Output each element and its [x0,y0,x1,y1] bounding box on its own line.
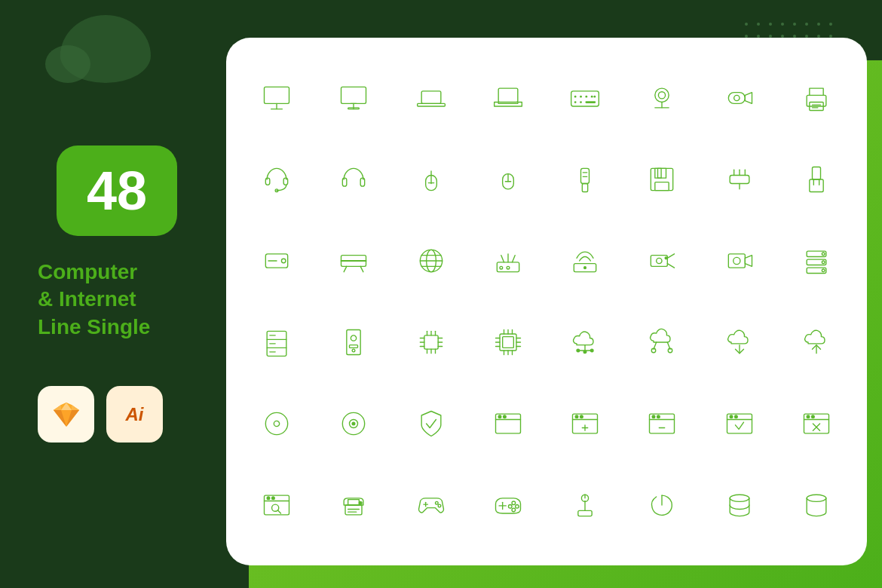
icon-mouse-wired [396,142,467,217]
svg-rect-9 [498,88,518,102]
svg-point-160 [734,415,737,418]
icon-router [473,223,544,299]
svg-point-170 [272,497,275,500]
svg-point-86 [822,253,825,256]
icon-projector [626,223,697,299]
icon-usb-drive [550,142,620,217]
icon-cloud-network [550,305,620,380]
left-panel: 48 Computer & Internet Line Single Ai [0,0,234,588]
icon-joystick [550,467,620,543]
svg-rect-49 [730,176,749,184]
svg-point-169 [267,497,270,500]
svg-point-187 [512,508,516,512]
icon-cloud-upload [781,305,852,380]
svg-point-130 [583,351,586,354]
svg-rect-46 [655,168,666,178]
svg-point-138 [274,421,279,426]
icon-printer [781,60,852,136]
icon-cloud-download [704,305,775,380]
svg-point-19 [655,88,669,102]
svg-point-20 [659,92,666,99]
svg-point-164 [811,415,814,418]
svg-rect-173 [345,505,362,515]
pack-title: Computer & Internet Line Single [30,259,204,341]
svg-point-129 [590,349,593,352]
svg-rect-47 [658,168,662,178]
svg-point-185 [516,505,519,509]
svg-rect-85 [807,268,826,273]
icon-browser-add [550,386,620,461]
icon-usb-hub [704,142,775,217]
svg-point-144 [498,415,501,418]
svg-point-163 [807,415,810,418]
svg-point-155 [657,415,660,418]
icon-floppy-disk [626,142,697,217]
svg-point-145 [503,415,506,418]
svg-rect-7 [421,91,441,103]
icon-headset-mic [241,142,312,217]
icon-tower-pc [318,305,389,380]
svg-rect-55 [810,179,823,192]
icon-power-button [626,467,697,543]
icon-browser-search [241,467,312,543]
svg-point-128 [577,349,580,352]
svg-rect-41 [581,168,590,183]
icon-hard-drive [241,223,312,299]
svg-rect-0 [265,87,289,103]
icon-rack-server [241,305,312,380]
icon-webcam [626,60,697,136]
svg-rect-23 [728,93,745,104]
svg-rect-83 [807,251,826,256]
ai-logo-text: Ai [126,404,144,425]
svg-line-71 [501,256,504,262]
icon-database-cylinder [781,467,852,543]
icon-keyboard [550,60,620,136]
icon-gamepad2 [473,467,544,543]
svg-point-181 [438,504,441,507]
sketch-icon-badge [38,386,94,443]
icon-cpu-chip [396,305,467,380]
icon-shield-check [396,386,467,461]
svg-line-64 [361,266,364,271]
svg-rect-81 [728,254,745,268]
svg-rect-95 [347,330,360,355]
svg-rect-3 [341,87,366,103]
svg-rect-30 [283,178,288,185]
icon-dvd [318,386,389,461]
svg-point-88 [822,269,825,272]
icon-laptop-open [473,60,544,136]
svg-point-175 [360,501,363,504]
count-badge: 48 [57,145,177,236]
app-icons-row: Ai [30,386,204,443]
icon-cpu-chip2 [473,305,544,380]
svg-rect-113 [503,337,514,348]
icon-scanner [318,223,389,299]
svg-rect-174 [348,500,360,505]
icon-globe [396,223,467,299]
icon-database-stack [704,467,775,543]
svg-point-186 [508,505,512,509]
svg-rect-45 [651,168,673,190]
svg-rect-84 [807,259,826,265]
icon-server-rack [781,223,852,299]
svg-rect-54 [812,167,820,180]
svg-point-193 [730,495,749,501]
svg-point-82 [733,257,740,264]
svg-point-137 [265,412,287,434]
icon-count: 48 [87,164,147,218]
icon-monitor [241,60,312,136]
illustrator-icon-badge: Ai [106,386,163,443]
svg-rect-42 [582,184,587,192]
icon-headphones [318,142,389,217]
svg-point-180 [435,501,438,504]
svg-point-194 [807,495,826,501]
icon-gamepad1 [396,467,467,543]
icon-imac [318,60,389,136]
svg-point-141 [353,422,356,425]
icon-grid-panel [226,38,867,565]
svg-point-184 [512,501,516,505]
sketch-logo-icon [51,400,82,430]
svg-rect-8 [417,103,445,106]
icons-grid [241,60,852,543]
svg-point-98 [353,349,356,352]
